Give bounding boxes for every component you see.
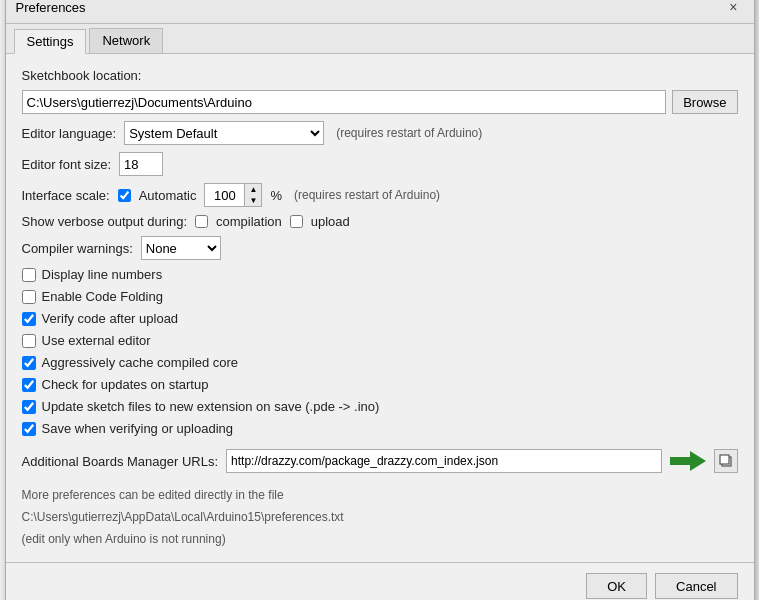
- preferences-dialog: Preferences × Settings Network Sketchboo…: [5, 0, 755, 600]
- sketchbook-row: Sketchbook location:: [22, 68, 738, 83]
- compilation-label: compilation: [216, 214, 282, 229]
- svg-marker-0: [670, 451, 706, 471]
- green-arrow-icon: [670, 447, 706, 475]
- interface-scale-note: (requires restart of Arduino): [294, 188, 440, 202]
- aggressively-cache-row: Aggressively cache compiled core: [22, 355, 738, 370]
- aggressively-cache-checkbox[interactable]: [22, 356, 36, 370]
- browse-button[interactable]: Browse: [672, 90, 737, 114]
- display-line-numbers-label: Display line numbers: [42, 267, 163, 282]
- upload-checkbox[interactable]: [290, 215, 303, 228]
- sketchbook-input-row: Browse: [22, 90, 738, 114]
- interface-scale-stepper: ▲ ▼: [204, 183, 262, 207]
- editor-language-row: Editor language: System Default (require…: [22, 121, 738, 145]
- interface-scale-row: Interface scale: Automatic ▲ ▼ % (requir…: [22, 183, 738, 207]
- compiler-warnings-row: Compiler warnings: None Default More All: [22, 236, 738, 260]
- verify-code-checkbox[interactable]: [22, 312, 36, 326]
- display-line-numbers-row: Display line numbers: [22, 267, 738, 282]
- verbose-label: Show verbose output during:: [22, 214, 188, 229]
- edit-note: (edit only when Arduino is not running): [22, 530, 738, 548]
- editor-language-label: Editor language:: [22, 126, 117, 141]
- interface-scale-label: Interface scale:: [22, 188, 110, 203]
- title-bar: Preferences ×: [6, 0, 754, 24]
- verify-code-row: Verify code after upload: [22, 311, 738, 326]
- save-when-label: Save when verifying or uploading: [42, 421, 234, 436]
- editor-font-size-label: Editor font size:: [22, 157, 112, 172]
- aggressively-cache-label: Aggressively cache compiled core: [42, 355, 239, 370]
- tab-settings[interactable]: Settings: [14, 29, 87, 54]
- interface-scale-input[interactable]: [205, 184, 245, 206]
- cancel-button[interactable]: Cancel: [655, 573, 737, 599]
- stepper-buttons: ▲ ▼: [245, 184, 261, 206]
- compiler-warnings-label: Compiler warnings:: [22, 241, 133, 256]
- editor-language-note: (requires restart of Arduino): [336, 126, 482, 140]
- interface-scale-auto-checkbox[interactable]: [118, 189, 131, 202]
- enable-code-folding-row: Enable Code Folding: [22, 289, 738, 304]
- use-external-editor-label: Use external editor: [42, 333, 151, 348]
- boards-manager-input[interactable]: [226, 449, 661, 473]
- copy-button[interactable]: [714, 449, 738, 473]
- boards-manager-row: Additional Boards Manager URLs:: [22, 447, 738, 475]
- compilation-checkbox[interactable]: [195, 215, 208, 228]
- enable-code-folding-label: Enable Code Folding: [42, 289, 163, 304]
- check-updates-label: Check for updates on startup: [42, 377, 209, 392]
- more-prefs-text: More preferences can be edited directly …: [22, 486, 738, 504]
- sketchbook-label: Sketchbook location:: [22, 68, 142, 83]
- info-text-block: More preferences can be edited directly …: [22, 482, 738, 548]
- update-sketch-row: Update sketch files to new extension on …: [22, 399, 738, 414]
- verify-code-label: Verify code after upload: [42, 311, 179, 326]
- editor-font-size-input[interactable]: [119, 152, 163, 176]
- editor-language-select[interactable]: System Default: [124, 121, 324, 145]
- dialog-title: Preferences: [16, 0, 86, 15]
- ok-button[interactable]: OK: [586, 573, 647, 599]
- save-when-row: Save when verifying or uploading: [22, 421, 738, 436]
- settings-content: Sketchbook location: Browse Editor langu…: [6, 54, 754, 562]
- svg-rect-2: [720, 455, 729, 464]
- compiler-warnings-select[interactable]: None Default More All: [141, 236, 221, 260]
- sketchbook-input[interactable]: [22, 90, 667, 114]
- stepper-down-button[interactable]: ▼: [245, 195, 261, 206]
- tab-network[interactable]: Network: [89, 28, 163, 53]
- interface-scale-auto-label: Automatic: [139, 188, 197, 203]
- save-when-checkbox[interactable]: [22, 422, 36, 436]
- tab-bar: Settings Network: [6, 24, 754, 54]
- close-button[interactable]: ×: [723, 0, 743, 17]
- update-sketch-checkbox[interactable]: [22, 400, 36, 414]
- check-updates-row: Check for updates on startup: [22, 377, 738, 392]
- boards-manager-label: Additional Boards Manager URLs:: [22, 454, 219, 469]
- bottom-buttons: OK Cancel: [6, 562, 754, 600]
- display-line-numbers-checkbox[interactable]: [22, 268, 36, 282]
- enable-code-folding-checkbox[interactable]: [22, 290, 36, 304]
- prefs-file-path: C:\Users\gutierrezj\AppData\Local\Arduin…: [22, 508, 738, 526]
- copy-icon: [719, 454, 733, 468]
- interface-scale-percent: %: [270, 188, 282, 203]
- use-external-editor-checkbox[interactable]: [22, 334, 36, 348]
- use-external-editor-row: Use external editor: [22, 333, 738, 348]
- upload-label: upload: [311, 214, 350, 229]
- editor-font-size-row: Editor font size:: [22, 152, 738, 176]
- update-sketch-label: Update sketch files to new extension on …: [42, 399, 380, 414]
- verbose-row: Show verbose output during: compilation …: [22, 214, 738, 229]
- stepper-up-button[interactable]: ▲: [245, 184, 261, 195]
- check-updates-checkbox[interactable]: [22, 378, 36, 392]
